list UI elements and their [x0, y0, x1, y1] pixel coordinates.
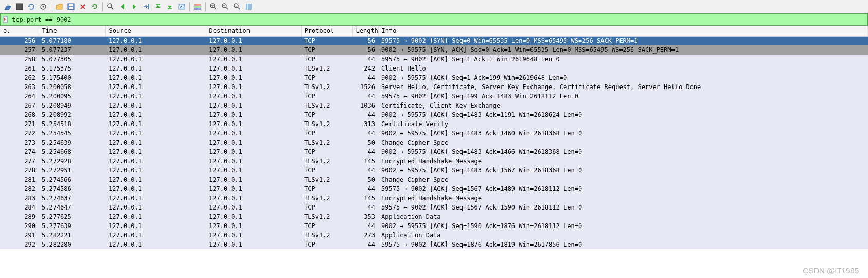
zoom-reset-icon[interactable]: 1	[232, 1, 243, 12]
cell-info: 9002 → 59575 [SYN, ACK] Seq=0 Ack=1 Win=…	[378, 45, 868, 55]
bottom-icon[interactable]	[164, 1, 175, 12]
cell-destination: 127.0.0.1	[206, 64, 301, 73]
packet-row[interactable]: 2685.208992127.0.0.1127.0.0.1TCP449002 →…	[0, 110, 868, 119]
cell-length: 145	[352, 157, 378, 166]
cell-info: 59575 → 9002 [ACK] Seq=1567 Ack=1590 Win…	[378, 203, 868, 212]
cell-source: 127.0.0.1	[105, 119, 206, 129]
cell-destination: 127.0.0.1	[206, 73, 301, 82]
cell-destination: 127.0.0.1	[206, 212, 301, 221]
cell-source: 127.0.0.1	[105, 55, 206, 64]
cell-time: 5.272928	[39, 157, 105, 166]
restart-icon[interactable]	[26, 1, 37, 12]
cell-info: Change Cipher Spec	[378, 175, 868, 184]
packet-row[interactable]: 2645.200095127.0.0.1127.0.0.1TCP4459575 …	[0, 92, 868, 101]
main-toolbar: 1	[0, 0, 868, 13]
cell-info: Client Hello	[378, 64, 868, 73]
packet-row[interactable]: 2815.274566127.0.0.1127.0.0.1TLSv1.250Ch…	[0, 175, 868, 184]
zoom-in-icon[interactable]	[208, 1, 219, 12]
packet-row[interactable]: 2925.282280127.0.0.1127.0.0.1TCP4459575 …	[0, 240, 868, 249]
col-header-no[interactable]: o.	[0, 26, 39, 36]
packet-row[interactable]: 2775.272928127.0.0.1127.0.0.1TLSv1.2145E…	[0, 157, 868, 166]
packet-row[interactable]: 2615.175375127.0.0.1127.0.0.1TLSv1.2242C…	[0, 64, 868, 73]
columns-icon[interactable]	[243, 1, 255, 12]
svg-line-16	[214, 7, 216, 9]
packet-list-table: o. Time Source Destination Protocol Leng…	[0, 26, 868, 249]
cell-info: 59575 → 9002 [ACK] Seq=199 Ack=1483 Win=…	[378, 92, 868, 101]
packet-row[interactable]: 2905.277639127.0.0.1127.0.0.1TCP449002 →…	[0, 221, 868, 231]
shark-fin-icon[interactable]	[2, 1, 13, 12]
packet-row[interactable]: 2715.254518127.0.0.1127.0.0.1TLSv1.2313C…	[0, 119, 868, 129]
cell-protocol: TCP	[301, 73, 352, 82]
cell-source: 127.0.0.1	[105, 101, 206, 110]
cell-length: 242	[352, 64, 378, 73]
cell-info: 59575 → 9002 [SYN] Seq=0 Win=65535 Len=0…	[378, 36, 868, 45]
find-icon[interactable]	[105, 1, 116, 12]
cell-no: 274	[0, 147, 39, 157]
cell-info: 59575 → 9002 [ACK] Seq=1567 Ack=1489 Win…	[378, 184, 868, 194]
packet-row[interactable]: 2835.274637127.0.0.1127.0.0.1TLSv1.2145E…	[0, 194, 868, 203]
prev-icon[interactable]	[117, 1, 128, 12]
col-header-time[interactable]: Time	[39, 26, 105, 36]
cell-protocol: TCP	[301, 221, 352, 231]
cell-info: 9002 → 59575 [ACK] Seq=1 Ack=199 Win=261…	[378, 73, 868, 82]
packet-row[interactable]: 2745.254668127.0.0.1127.0.0.1TCP449002 →…	[0, 147, 868, 157]
col-header-info[interactable]: Info	[378, 26, 868, 36]
cell-time: 5.200058	[39, 82, 105, 92]
reload-icon[interactable]	[89, 1, 100, 12]
packet-row[interactable]: 2785.272951127.0.0.1127.0.0.1TCP449002 →…	[0, 166, 868, 175]
cell-time: 5.274566	[39, 175, 105, 184]
goto-icon[interactable]	[140, 1, 152, 12]
cell-protocol: TLSv1.2	[301, 82, 352, 92]
cell-info: Encrypted Handshake Message	[378, 157, 868, 166]
top-icon[interactable]	[152, 1, 164, 12]
packet-row[interactable]: 2585.077305127.0.0.1127.0.0.1TCP4459575 …	[0, 55, 868, 64]
bookmark-icon[interactable]	[2, 15, 10, 24]
packet-row[interactable]: 2915.282221127.0.0.1127.0.0.1TLSv1.2273A…	[0, 231, 868, 240]
cell-length: 44	[352, 221, 378, 231]
stop-icon[interactable]	[14, 1, 25, 12]
cell-no: 283	[0, 194, 39, 203]
cell-no: 261	[0, 64, 39, 73]
display-filter-input[interactable]	[12, 16, 866, 23]
packet-row[interactable]: 2845.274647127.0.0.1127.0.0.1TCP4459575 …	[0, 203, 868, 212]
options-icon[interactable]	[38, 1, 49, 12]
packet-row[interactable]: 2625.175400127.0.0.1127.0.0.1TCP449002 →…	[0, 73, 868, 82]
save-icon[interactable]	[65, 1, 77, 12]
col-header-destination[interactable]: Destination	[206, 26, 301, 36]
zoom-out-icon[interactable]	[220, 1, 231, 12]
next-icon[interactable]	[129, 1, 140, 12]
packet-row[interactable]: 2575.077237127.0.0.1127.0.0.1TCP569002 →…	[0, 45, 868, 55]
cell-no: 256	[0, 36, 39, 45]
packet-row[interactable]: 2565.077180127.0.0.1127.0.0.1TCP5659575 …	[0, 36, 868, 45]
toolbar-separator	[102, 2, 103, 11]
cell-protocol: TLSv1.2	[301, 64, 352, 73]
cell-destination: 127.0.0.1	[206, 203, 301, 212]
cell-source: 127.0.0.1	[105, 129, 206, 138]
cell-length: 44	[352, 92, 378, 101]
packet-row[interactable]: 2725.254545127.0.0.1127.0.0.1TCP449002 →…	[0, 129, 868, 138]
packet-row[interactable]: 2825.274586127.0.0.1127.0.0.1TCP4459575 …	[0, 184, 868, 194]
cell-protocol: TLSv1.2	[301, 157, 352, 166]
cell-source: 127.0.0.1	[105, 138, 206, 147]
cell-destination: 127.0.0.1	[206, 221, 301, 231]
cell-time: 5.254639	[39, 138, 105, 147]
packet-row[interactable]: 2895.277625127.0.0.1127.0.0.1TLSv1.2353A…	[0, 212, 868, 221]
col-header-source[interactable]: Source	[105, 26, 206, 36]
cell-info: Server Hello, Certificate, Server Key Ex…	[378, 82, 868, 92]
cell-protocol: TLSv1.2	[301, 138, 352, 147]
cell-source: 127.0.0.1	[105, 221, 206, 231]
cell-length: 56	[352, 36, 378, 45]
close-icon[interactable]	[77, 1, 88, 12]
autoscroll-icon[interactable]	[176, 1, 187, 12]
cell-source: 127.0.0.1	[105, 73, 206, 82]
packet-row[interactable]: 2675.208949127.0.0.1127.0.0.1TLSv1.21036…	[0, 101, 868, 110]
packet-row[interactable]: 2735.254639127.0.0.1127.0.0.1TLSv1.250Ch…	[0, 138, 868, 147]
col-header-length[interactable]: Length	[352, 26, 378, 36]
col-header-protocol[interactable]: Protocol	[301, 26, 352, 36]
colorize-icon[interactable]	[192, 1, 203, 12]
cell-info: 9002 → 59575 [ACK] Seq=1590 Ack=1876 Win…	[378, 221, 868, 231]
folder-icon[interactable]	[54, 1, 65, 12]
packet-row[interactable]: 2635.200058127.0.0.1127.0.0.1TLSv1.21526…	[0, 82, 868, 92]
svg-line-23	[238, 7, 240, 9]
cell-info: 59575 → 9002 [ACK] Seq=1 Ack=1 Win=26196…	[378, 55, 868, 64]
